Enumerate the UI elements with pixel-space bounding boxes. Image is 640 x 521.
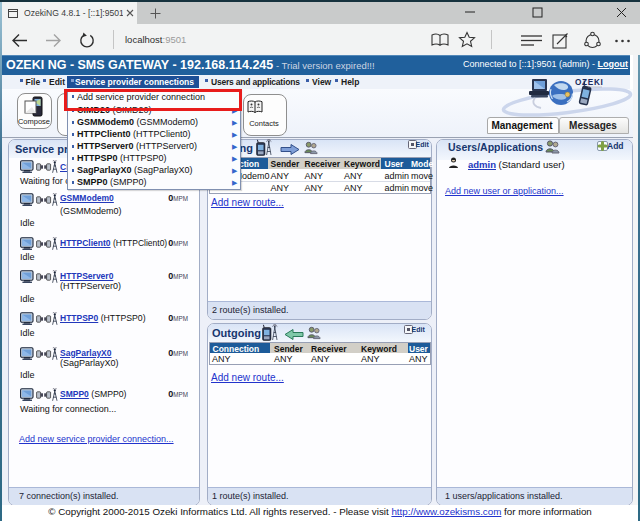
svg-text:OZEKI: OZEKI — [575, 78, 604, 87]
